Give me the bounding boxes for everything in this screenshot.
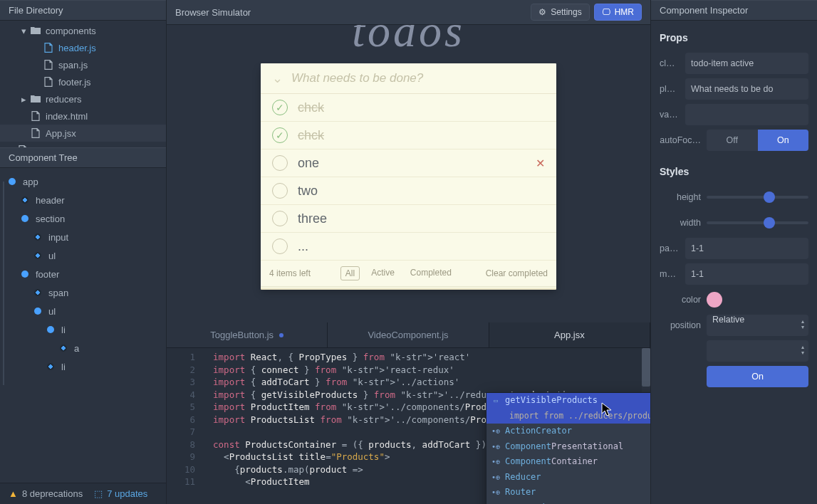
node-label: section (36, 214, 65, 224)
component-tree-item[interactable]: header (0, 191, 166, 209)
new-todo-row[interactable]: ⌄ What needs to be done? (261, 63, 556, 94)
node-dot-icon (34, 252, 41, 259)
node-dot-icon (21, 196, 28, 204)
browser-viewport: todos ⌄ What needs to be done? chckchcko… (167, 25, 650, 322)
updates-icon: ⬚ (94, 488, 103, 499)
todo-checkbox[interactable] (272, 127, 288, 143)
file-tree-item[interactable]: header.js (0, 39, 166, 56)
autofocus-on-button[interactable]: On (758, 130, 809, 151)
autocomplete-item[interactable]: •⊕ComponentPresentational (486, 439, 650, 455)
file-tree-item[interactable]: index.html (0, 107, 166, 125)
component-tree-item[interactable]: li (0, 357, 166, 376)
file-tree-item[interactable]: App.jsx (0, 125, 166, 142)
file-icon (43, 76, 54, 88)
todo-item[interactable]: three (261, 205, 556, 233)
component-tree-item[interactable]: ul (0, 302, 166, 320)
clear-completed-button[interactable]: Clear completed (486, 268, 548, 278)
component-tree-item[interactable]: span (0, 283, 166, 302)
disclosure-icon: ▸ (19, 94, 28, 104)
node-label: input (48, 232, 68, 243)
filter-all[interactable]: All (340, 266, 360, 280)
node-label: ul (48, 306, 56, 317)
file-label: reducers (46, 94, 82, 105)
classname-input[interactable] (685, 53, 808, 74)
component-tree-item[interactable]: footer (0, 265, 166, 283)
autocomplete-item[interactable]: •⊕Router (486, 485, 650, 500)
component-tree-item[interactable]: input (0, 228, 166, 246)
todo-item[interactable]: chck (261, 94, 556, 122)
file-tree-item[interactable]: ▸reducers (0, 90, 166, 107)
autocomplete-item[interactable]: •⊕ComponentContainer (486, 454, 650, 470)
autocomplete-item[interactable]: ▭ getVisibleProducts (486, 393, 650, 409)
todo-checkbox[interactable] (272, 211, 288, 226)
todo-item[interactable]: two (261, 177, 556, 205)
autocomplete-item[interactable]: •⊕EntryPoint (486, 500, 650, 505)
editor-tab[interactable]: ToggleButton.js (167, 322, 328, 347)
node-label: li (61, 362, 66, 372)
component-tree-item[interactable]: a (0, 339, 166, 357)
editor-tab[interactable]: App.jsx (489, 322, 650, 347)
editor-tab[interactable]: VideoComponent.js (328, 322, 489, 347)
code-editor[interactable]: 1234567891011 import React, { PropTypes … (167, 348, 650, 504)
todo-label: chck (298, 100, 324, 115)
position-label: position (660, 320, 701, 330)
file-tree-item[interactable]: ▾components (0, 22, 166, 39)
disclosure-icon (31, 77, 41, 87)
todo-checkbox[interactable] (272, 100, 288, 115)
snippet-icon: ▭ (491, 396, 501, 406)
node-label: li (61, 325, 66, 335)
todo-checkbox[interactable] (272, 155, 288, 171)
autocomplete-popup[interactable]: ▭ getVisibleProducts import from ../redu… (486, 392, 650, 504)
file-icon (30, 127, 41, 139)
node-label: span (48, 288, 68, 298)
color-swatch[interactable] (707, 292, 722, 308)
component-tree-item[interactable]: app (0, 172, 166, 191)
file-tree-item[interactable]: .icon-file-text (0, 142, 166, 147)
styles-header: Styles (660, 166, 808, 177)
todo-item[interactable]: one✕ (261, 149, 556, 177)
todo-label: three (298, 211, 327, 226)
deprecations-label: 8 deprecations (22, 488, 83, 499)
autofocus-off-button[interactable]: Off (707, 130, 758, 151)
delete-todo-button[interactable]: ✕ (536, 157, 545, 170)
node-dot-icon (34, 233, 41, 241)
todo-checkbox[interactable] (272, 238, 288, 254)
padding-input[interactable] (685, 238, 808, 259)
todo-label: two (298, 184, 318, 199)
autofocus-label: autoFoc… (660, 135, 701, 145)
component-tree-item[interactable]: li (0, 320, 166, 339)
file-tree-item[interactable]: span.js (0, 56, 166, 73)
secondary-select[interactable]: ▴▾ (707, 340, 808, 362)
todo-item[interactable]: ... (261, 233, 556, 261)
mouse-cursor-icon (601, 402, 613, 418)
placeholder-input[interactable] (685, 78, 808, 100)
tab-label: VideoComponent.js (368, 330, 448, 340)
position-select[interactable]: Relative ▴▾ (707, 315, 808, 336)
component-tree-item[interactable]: section (0, 209, 166, 228)
settings-button[interactable]: ⚙ Settings (531, 4, 589, 21)
autocomplete-item[interactable]: •⊕Reducer (486, 470, 650, 485)
todo-item[interactable]: chck (261, 122, 556, 149)
height-slider[interactable] (707, 196, 808, 199)
tab-label: App.jsx (554, 330, 585, 340)
todo-checkbox[interactable] (272, 183, 288, 199)
padding-label: padding (660, 243, 680, 253)
new-todo-input[interactable]: What needs to be done? (291, 71, 423, 85)
node-label: a (74, 343, 79, 354)
deprecations-status[interactable]: ▲ 8 deprecations (9, 488, 83, 499)
component-tree-item[interactable]: ul (0, 246, 166, 265)
todo-label: ... (298, 239, 308, 254)
filter-active[interactable]: Active (367, 266, 399, 280)
margin-input[interactable] (685, 263, 808, 285)
value-input[interactable] (685, 104, 808, 125)
filter-completed[interactable]: Completed (406, 266, 456, 280)
hmr-button[interactable]: 🖵 HMR (594, 4, 642, 21)
file-tree-item[interactable]: footer.js (0, 73, 166, 90)
updates-status[interactable]: ⬚ 7 updates (94, 488, 147, 499)
toggle-on-button[interactable]: On (707, 366, 808, 387)
node-label: ul (48, 251, 56, 261)
snippet-icon: •⊕ (491, 457, 501, 467)
autocomplete-item[interactable]: •⊕ActionCreator (486, 424, 650, 439)
placeholder-label: placeho… (660, 84, 680, 94)
width-slider[interactable] (707, 221, 808, 224)
